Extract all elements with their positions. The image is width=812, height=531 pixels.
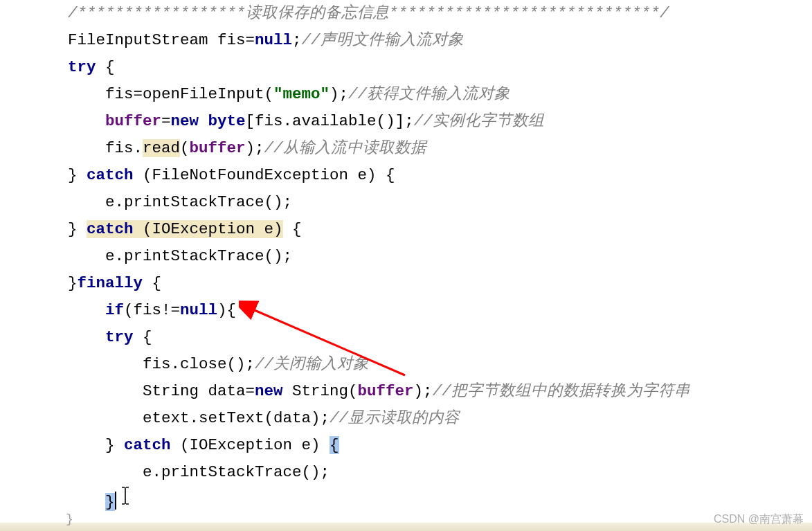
code-line: e.printStackTrace(); bbox=[0, 459, 812, 486]
comment: /******************读取保存的备忘信息************… bbox=[68, 4, 669, 22]
code-line: etext.setText(data);//显示读取的内容 bbox=[0, 405, 812, 432]
code-line: buffer=new byte[fis.available()];//实例化字节… bbox=[0, 108, 812, 135]
code-line: } catch (FileNotFoundException e) { bbox=[0, 162, 812, 189]
fold-indicator-icon: } bbox=[66, 512, 73, 526]
code-line: } catch (IOException e) { bbox=[0, 216, 812, 243]
code-line: if(fis!=null){ bbox=[0, 297, 812, 324]
code-line: fis=openFileInput("memo");//获得文件输入流对象 bbox=[0, 81, 812, 108]
code-line: } bbox=[0, 486, 812, 513]
code-line: e.printStackTrace(); bbox=[0, 189, 812, 216]
code-editor: /******************读取保存的备忘信息************… bbox=[0, 0, 812, 513]
code-line: String data=new String(buffer);//把字节数组中的… bbox=[0, 378, 812, 405]
code-line: /******************读取保存的备忘信息************… bbox=[0, 0, 812, 27]
code-line: try { bbox=[0, 54, 812, 81]
code-line: fis.read(buffer);//从输入流中读取数据 bbox=[0, 135, 812, 162]
code-line: }finally { bbox=[0, 270, 812, 297]
code-line: FileInputStream fis=null;//声明文件输入流对象 bbox=[0, 27, 812, 54]
code-line: try { bbox=[0, 324, 812, 351]
code-line: e.printStackTrace(); bbox=[0, 243, 812, 270]
code-line: fis.close();//关闭输入对象 bbox=[0, 351, 812, 378]
bottom-strip bbox=[0, 523, 812, 531]
text-cursor bbox=[115, 492, 116, 510]
code-line: } catch (IOException e) { bbox=[0, 432, 812, 459]
ibeam-cursor-icon bbox=[120, 486, 130, 515]
